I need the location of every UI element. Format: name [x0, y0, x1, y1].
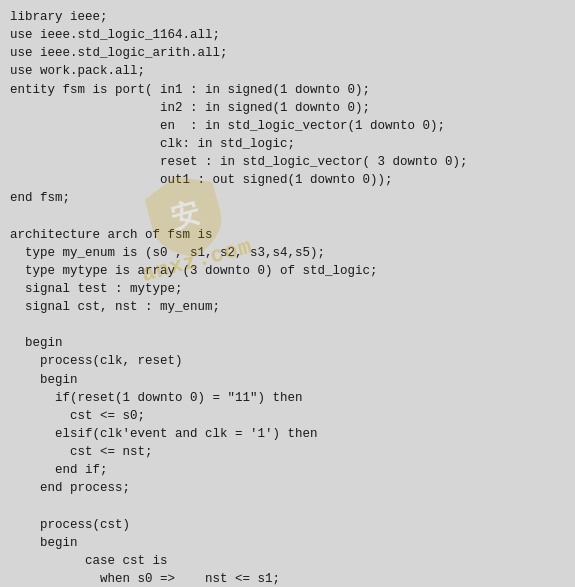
- code-block: library ieee; use ieee.std_logic_1164.al…: [10, 8, 565, 587]
- code-container: library ieee; use ieee.std_logic_1164.al…: [0, 0, 575, 587]
